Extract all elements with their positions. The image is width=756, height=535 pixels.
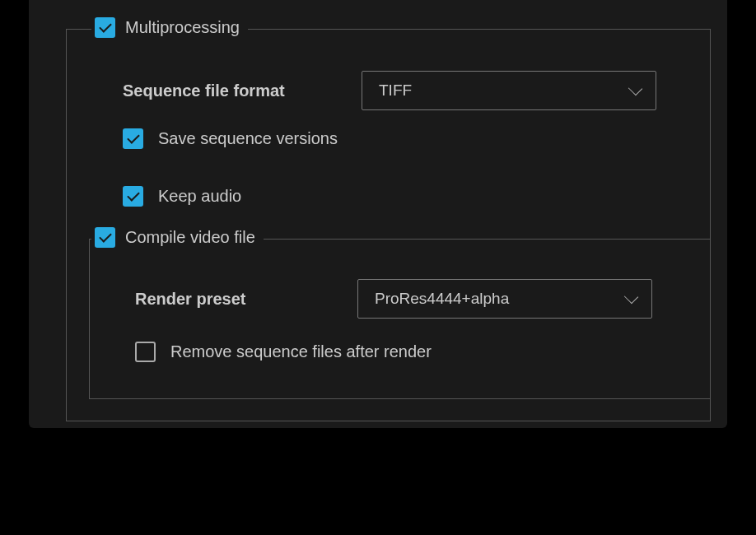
save-versions-row: Save sequence versions <box>123 128 338 149</box>
compile-legend: Compile video file <box>91 227 264 248</box>
save-versions-label: Save sequence versions <box>158 129 338 148</box>
save-versions-checkbox[interactable] <box>123 128 143 149</box>
sequence-format-value: TIFF <box>379 81 412 100</box>
multiprocessing-label: Multiprocessing <box>125 18 240 37</box>
keep-audio-label: Keep audio <box>158 187 241 206</box>
chevron-down-icon <box>628 81 642 95</box>
check-icon <box>127 188 140 202</box>
sequence-format-dropdown[interactable]: TIFF <box>362 71 656 110</box>
remove-after-label: Remove sequence files after render <box>170 342 432 361</box>
check-icon <box>99 20 112 33</box>
keep-audio-checkbox[interactable] <box>123 186 143 207</box>
compile-label: Compile video file <box>125 228 255 247</box>
settings-panel: Multiprocessing Sequence file format TIF… <box>29 0 727 428</box>
keep-audio-row: Keep audio <box>123 186 241 207</box>
render-preset-value: ProRes4444+alpha <box>375 290 509 308</box>
check-icon <box>99 230 112 243</box>
render-preset-label: Render preset <box>135 290 341 309</box>
check-icon <box>127 131 140 144</box>
sequence-format-row: Sequence file format TIFF <box>123 71 656 110</box>
sequence-format-label: Sequence file format <box>123 81 345 100</box>
remove-after-checkbox[interactable] <box>135 342 156 362</box>
remove-after-row: Remove sequence files after render <box>135 342 432 362</box>
render-preset-dropdown[interactable]: ProRes4444+alpha <box>357 279 652 319</box>
compile-checkbox[interactable] <box>95 227 115 248</box>
chevron-down-icon <box>624 290 638 304</box>
multiprocessing-checkbox[interactable] <box>95 17 115 38</box>
compile-group: Compile video file Render preset ProRes4… <box>89 239 711 399</box>
render-preset-row: Render preset ProRes4444+alpha <box>135 279 652 319</box>
multiprocessing-legend: Multiprocessing <box>91 17 248 38</box>
